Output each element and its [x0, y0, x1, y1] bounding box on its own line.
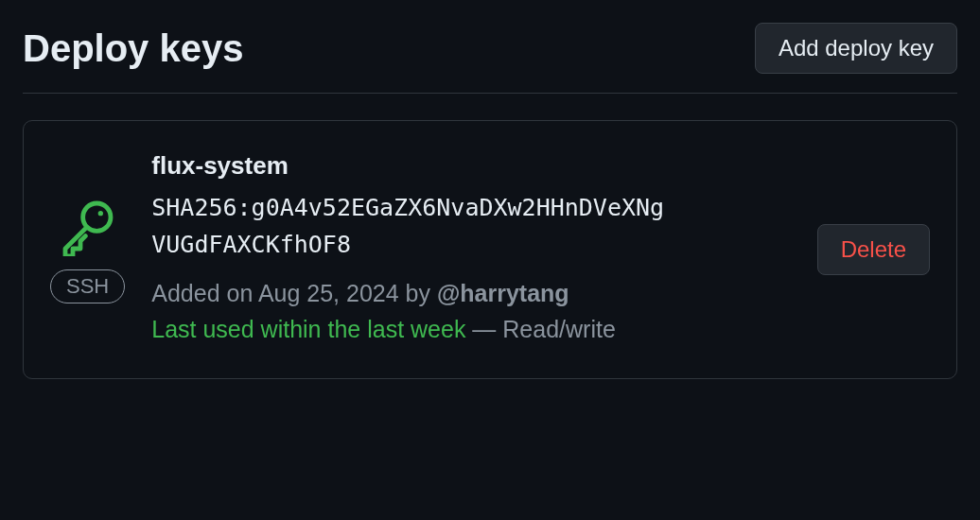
key-icon: [58, 196, 118, 256]
added-by-text: by: [399, 280, 437, 306]
last-used-text: Last used within the last week: [151, 316, 465, 342]
add-deploy-key-button[interactable]: Add deploy key: [755, 23, 957, 74]
separator: —: [465, 316, 502, 342]
page-title: Deploy keys: [23, 27, 243, 70]
delete-button[interactable]: Delete: [817, 224, 930, 275]
access-level: Read/write: [502, 316, 616, 342]
username-link[interactable]: @harrytang: [437, 280, 569, 306]
ssh-badge: SSH: [50, 269, 125, 303]
key-icon-column: SSH: [50, 196, 125, 303]
key-details: flux-system SHA256:g0A4v52EGaZX6NvaDXw2H…: [151, 151, 790, 348]
deploy-key-card: SSH flux-system SHA256:g0A4v52EGaZX6NvaD…: [23, 120, 957, 379]
key-added-info: Added on Aug 25, 2024 by @harrytang: [151, 275, 790, 312]
key-fingerprint: SHA256:g0A4v52EGaZX6NvaDXw2HHnDVeXNg VUG…: [151, 190, 681, 264]
added-date: Aug 25, 2024: [258, 280, 399, 306]
key-name: flux-system: [151, 151, 790, 181]
page-header: Deploy keys Add deploy key: [23, 23, 957, 94]
added-prefix: Added on: [151, 280, 258, 306]
svg-point-1: [97, 211, 102, 216]
key-usage-info: Last used within the last week — Read/wr…: [151, 311, 790, 348]
